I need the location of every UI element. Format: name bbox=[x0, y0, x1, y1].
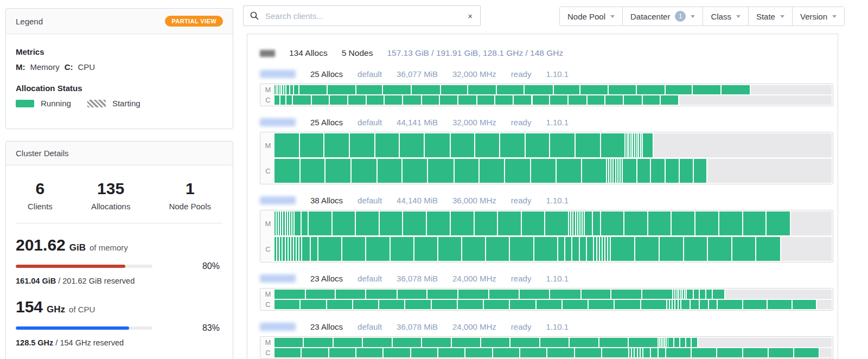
allocation-segment[interactable] bbox=[668, 338, 673, 347]
allocation-segment[interactable] bbox=[665, 338, 666, 347]
memory-bar[interactable] bbox=[275, 133, 832, 157]
allocation-segment[interactable] bbox=[366, 290, 397, 299]
allocation-segment[interactable] bbox=[294, 237, 296, 261]
allocation-segment[interactable] bbox=[284, 85, 285, 94]
allocation-segment[interactable] bbox=[667, 300, 669, 309]
allocation-segment[interactable] bbox=[275, 348, 301, 357]
allocation-segment[interactable] bbox=[278, 85, 279, 94]
allocation-segment[interactable] bbox=[375, 133, 399, 157]
allocation-segment[interactable] bbox=[594, 237, 596, 261]
allocation-segment[interactable] bbox=[425, 133, 449, 157]
allocation-segment[interactable] bbox=[679, 290, 680, 299]
allocation-segment[interactable] bbox=[475, 133, 499, 157]
allocation-segment[interactable] bbox=[678, 290, 679, 299]
allocation-segment[interactable] bbox=[458, 95, 476, 105]
allocation-segment[interactable] bbox=[281, 211, 282, 235]
allocation-segment[interactable] bbox=[330, 95, 347, 105]
allocation-segment[interactable] bbox=[743, 211, 765, 235]
allocation-segment[interactable] bbox=[685, 290, 686, 299]
allocation-segment[interactable] bbox=[673, 300, 674, 309]
allocation-segment[interactable] bbox=[288, 211, 289, 235]
allocation-segment[interactable] bbox=[557, 159, 581, 183]
allocation-segment[interactable] bbox=[489, 290, 518, 299]
allocation-segment[interactable] bbox=[275, 338, 303, 347]
allocation-segment[interactable] bbox=[713, 290, 725, 299]
allocation-segment[interactable] bbox=[672, 211, 694, 235]
allocation-segment[interactable] bbox=[641, 300, 666, 309]
node-name-redacted[interactable] bbox=[260, 274, 296, 283]
allocation-segment[interactable] bbox=[743, 348, 768, 357]
allocation-segment[interactable] bbox=[275, 95, 279, 105]
cpu-bar[interactable] bbox=[275, 159, 832, 183]
allocation-segment[interactable] bbox=[575, 348, 601, 357]
allocation-segment[interactable] bbox=[286, 211, 287, 235]
allocation-segment[interactable] bbox=[384, 348, 410, 357]
allocation-segment[interactable] bbox=[629, 338, 657, 347]
allocation-segment[interactable] bbox=[605, 95, 623, 105]
allocation-segment[interactable] bbox=[363, 338, 391, 347]
allocation-segment[interactable] bbox=[639, 133, 640, 157]
allocation-segment[interactable] bbox=[400, 133, 424, 157]
allocation-segment[interactable] bbox=[550, 290, 580, 299]
allocation-segment[interactable] bbox=[706, 290, 711, 299]
allocation-segment[interactable] bbox=[572, 237, 578, 261]
allocation-segment[interactable] bbox=[545, 211, 568, 235]
node-name-redacted[interactable] bbox=[260, 70, 296, 78]
allocation-segment[interactable] bbox=[367, 95, 384, 105]
allocation-segment[interactable] bbox=[573, 211, 575, 235]
cpu-bar[interactable] bbox=[275, 237, 832, 261]
allocation-segment[interactable] bbox=[427, 211, 449, 235]
allocation-segment[interactable] bbox=[352, 159, 376, 183]
allocation-segment[interactable] bbox=[525, 85, 552, 94]
allocation-segment[interactable] bbox=[628, 133, 629, 157]
clear-search-icon[interactable]: × bbox=[467, 11, 474, 21]
allocation-segment[interactable] bbox=[275, 85, 276, 94]
allocation-segment[interactable] bbox=[277, 237, 279, 261]
allocation-segment[interactable] bbox=[356, 211, 379, 235]
allocation-segment[interactable] bbox=[686, 338, 691, 347]
allocation-segment[interactable] bbox=[683, 290, 684, 299]
allocation-segment[interactable] bbox=[684, 237, 707, 261]
allocation-segment[interactable] bbox=[328, 85, 355, 94]
allocation-segment[interactable] bbox=[603, 237, 604, 261]
allocation-segment[interactable] bbox=[324, 133, 348, 157]
allocation-segment[interactable] bbox=[643, 348, 650, 357]
allocation-segment[interactable] bbox=[611, 159, 612, 183]
allocation-segment[interactable] bbox=[722, 85, 750, 94]
filter-state[interactable]: State bbox=[749, 7, 793, 25]
allocation-segment[interactable] bbox=[275, 237, 276, 261]
allocation-segment[interactable] bbox=[432, 300, 457, 309]
allocation-segment[interactable] bbox=[635, 348, 636, 357]
allocation-segment[interactable] bbox=[793, 300, 816, 309]
allocation-segment[interactable] bbox=[582, 159, 606, 183]
allocation-segment[interactable] bbox=[510, 300, 535, 309]
allocation-segment[interactable] bbox=[380, 211, 402, 235]
allocation-segment[interactable] bbox=[569, 211, 570, 235]
allocation-segment[interactable] bbox=[304, 338, 332, 347]
allocation-segment[interactable] bbox=[385, 95, 402, 105]
allocation-segment[interactable] bbox=[500, 133, 525, 157]
allocation-segment[interactable] bbox=[692, 338, 697, 347]
allocation-segment[interactable] bbox=[719, 211, 742, 235]
allocation-segment[interactable] bbox=[641, 133, 642, 157]
allocation-segment[interactable] bbox=[660, 338, 661, 347]
allocation-segment[interactable] bbox=[286, 95, 292, 105]
allocation-segment[interactable] bbox=[700, 290, 705, 299]
allocation-segment[interactable] bbox=[514, 95, 532, 105]
allocation-segment[interactable] bbox=[294, 85, 298, 94]
allocation-segment[interactable] bbox=[438, 237, 461, 261]
allocation-segment[interactable] bbox=[637, 159, 650, 183]
allocation-segment[interactable] bbox=[282, 85, 283, 94]
allocation-segment[interactable] bbox=[695, 211, 718, 235]
allocation-segment[interactable] bbox=[342, 237, 365, 261]
allocation-segment[interactable] bbox=[526, 133, 549, 157]
allocation-segment[interactable] bbox=[585, 211, 592, 235]
allocation-segment[interactable] bbox=[550, 95, 567, 105]
allocation-segment[interactable] bbox=[666, 159, 679, 183]
allocation-segment[interactable] bbox=[458, 300, 483, 309]
memory-bar[interactable] bbox=[275, 85, 832, 94]
allocation-segment[interactable] bbox=[405, 300, 430, 309]
allocation-segment[interactable] bbox=[301, 159, 324, 183]
allocation-segment[interactable] bbox=[667, 338, 668, 347]
allocation-segment[interactable] bbox=[643, 133, 653, 157]
